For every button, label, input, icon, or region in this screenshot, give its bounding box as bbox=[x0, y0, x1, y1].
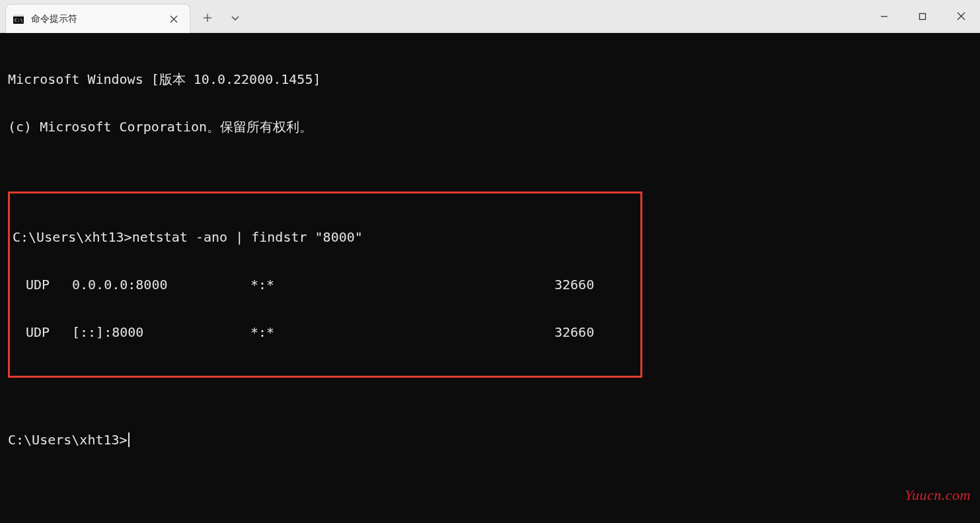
tabstrip-actions bbox=[190, 0, 248, 32]
command-line: C:\Users\xht13>netstat -ano | findstr "8… bbox=[13, 229, 638, 245]
tab-command-prompt[interactable]: C:\ 命令提示符 bbox=[5, 4, 190, 33]
highlighted-output: C:\Users\xht13>netstat -ano | findstr "8… bbox=[8, 192, 642, 378]
tab-title: 命令提示符 bbox=[31, 13, 159, 25]
prompt-text: C:\Users\xht13> bbox=[8, 432, 128, 448]
window-controls bbox=[865, 0, 980, 32]
col-local: 0.0.0.0:8000 bbox=[72, 277, 250, 293]
watermark-text: Yuucn.com bbox=[905, 487, 971, 503]
close-icon bbox=[170, 15, 178, 23]
banner-line: (c) Microsoft Corporation。保留所有权利。 bbox=[8, 119, 972, 135]
col-proto: UDP bbox=[13, 277, 72, 293]
command-text: netstat -ano | findstr "8000" bbox=[132, 229, 363, 245]
banner-line: Microsoft Windows [版本 10.0.22000.1455] bbox=[8, 71, 972, 87]
close-icon bbox=[957, 12, 965, 20]
minimize-icon bbox=[880, 13, 888, 20]
col-foreign: *:* bbox=[250, 324, 554, 340]
svg-rect-8 bbox=[920, 13, 926, 19]
close-window-button[interactable] bbox=[942, 0, 980, 32]
minimize-button[interactable] bbox=[865, 0, 903, 32]
current-prompt-line: C:\Users\xht13> bbox=[8, 432, 972, 448]
col-local: [::]:8000 bbox=[72, 324, 250, 340]
col-proto: UDP bbox=[13, 324, 72, 340]
terminal-icon: C:\ bbox=[13, 13, 24, 25]
chevron-down-icon bbox=[231, 13, 240, 22]
text-cursor bbox=[128, 433, 130, 447]
prompt-text: C:\Users\xht13> bbox=[13, 229, 132, 245]
netstat-row: UDP[::]:8000*:*32660 bbox=[13, 324, 638, 340]
col-foreign: *:* bbox=[250, 277, 554, 293]
tab-close-button[interactable] bbox=[166, 11, 182, 27]
tab-dropdown-button[interactable] bbox=[222, 5, 248, 31]
maximize-button[interactable] bbox=[903, 0, 942, 32]
netstat-row: UDP0.0.0.0:8000*:*32660 bbox=[13, 277, 638, 293]
svg-text:C:\: C:\ bbox=[15, 18, 23, 23]
terminal-output[interactable]: Microsoft Windows [版本 10.0.22000.1455] (… bbox=[0, 33, 980, 523]
maximize-icon bbox=[919, 13, 926, 20]
plus-icon bbox=[203, 13, 212, 22]
new-tab-button[interactable] bbox=[194, 5, 221, 31]
col-pid: 32660 bbox=[554, 277, 594, 293]
svg-rect-1 bbox=[13, 15, 24, 17]
titlebar: C:\ 命令提示符 bbox=[0, 0, 980, 33]
col-pid: 32660 bbox=[554, 324, 594, 340]
